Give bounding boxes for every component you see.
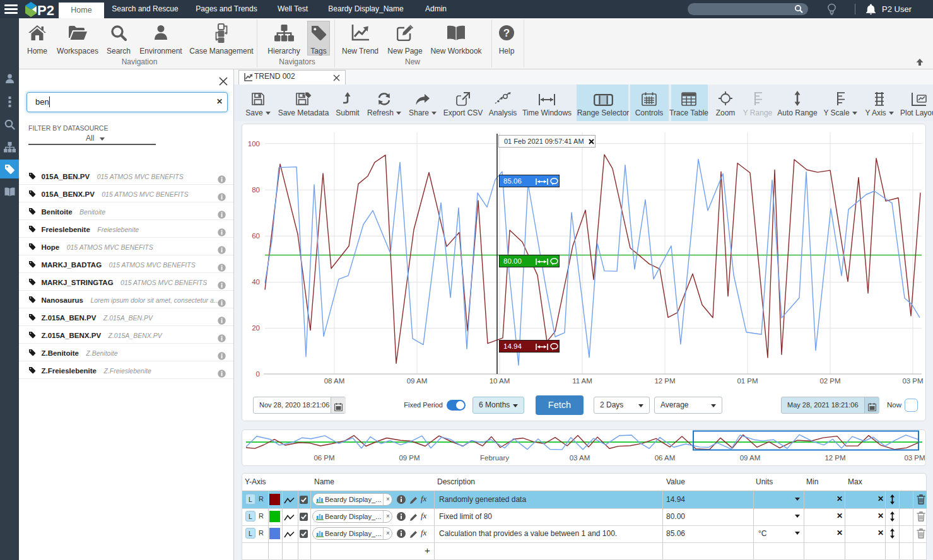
svg-text:0: 0: [256, 370, 260, 378]
svg-text:08 AM: 08 AM: [324, 377, 345, 385]
svg-text:40: 40: [252, 278, 260, 286]
svg-text:03 PM: 03 PM: [902, 377, 923, 385]
svg-text:03 PM: 03 PM: [904, 454, 925, 462]
svg-text:100: 100: [248, 140, 260, 148]
svg-text:01 PM: 01 PM: [737, 377, 758, 385]
svg-text:February: February: [480, 454, 509, 462]
svg-text:09 AM: 09 AM: [407, 377, 428, 385]
svg-text:02 PM: 02 PM: [819, 377, 840, 385]
svg-text:06 AM: 06 AM: [655, 454, 676, 462]
svg-text:09 AM: 09 AM: [740, 454, 761, 462]
svg-text:10 AM: 10 AM: [490, 377, 510, 385]
svg-text:03 AM: 03 AM: [570, 454, 590, 462]
svg-text:80: 80: [252, 186, 260, 194]
svg-text:12 PM: 12 PM: [654, 377, 675, 385]
svg-text:60: 60: [252, 232, 260, 240]
svg-text:06 PM: 06 PM: [314, 454, 334, 462]
svg-text:12 PM: 12 PM: [824, 454, 845, 462]
svg-text:20: 20: [252, 324, 260, 332]
svg-text:P2: P2: [37, 3, 54, 18]
svg-text:11 AM: 11 AM: [572, 377, 592, 385]
svg-text:09 PM: 09 PM: [399, 454, 420, 462]
svg-text:?: ?: [503, 27, 510, 39]
